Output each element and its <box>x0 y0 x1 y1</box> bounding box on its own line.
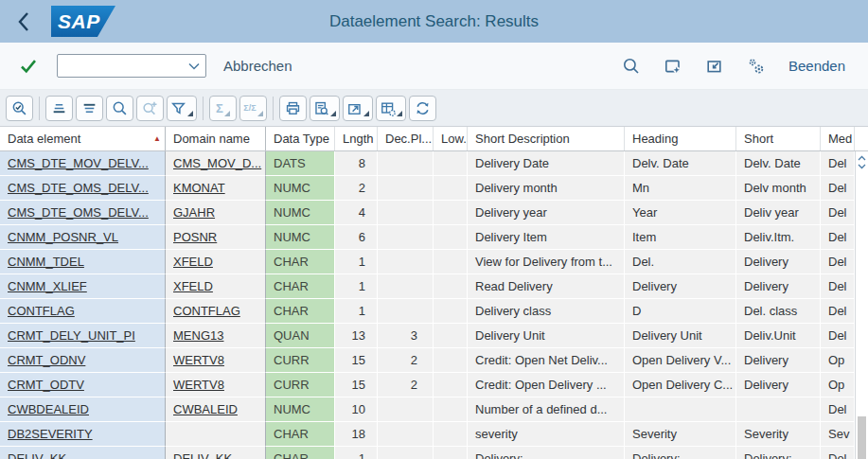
sort-ascending-button[interactable] <box>45 96 73 121</box>
menu-arrow-icon <box>257 111 263 116</box>
cell-short-description: Delivery Unit <box>468 324 625 348</box>
cell-data-element: CMS_DTE_MOV_DELV... <box>0 151 166 176</box>
column-header-medium-label[interactable]: Med <box>821 127 855 150</box>
data-element-link[interactable]: CNMM_POSNR_VL <box>8 230 118 244</box>
cell-short-label: Delv month <box>736 176 821 201</box>
domain-name-link[interactable]: GJAHR <box>173 205 215 220</box>
column-header-length[interactable]: Lngth <box>335 127 378 150</box>
table-body: CMS_DTE_MOV_DELV...CMS_MOV_D...DATS8Deli… <box>0 151 855 459</box>
data-element-link[interactable]: CMS_DTE_OMS_DELV... <box>8 181 149 195</box>
cell-medium-label: Del <box>821 447 855 459</box>
gears-icon <box>747 57 766 76</box>
data-element-link[interactable]: CMS_DTE_MOV_DELV... <box>8 156 149 170</box>
abbrechen-button[interactable]: Abbrechen <box>223 58 292 74</box>
cell-heading: Open Delivery C... <box>625 373 736 397</box>
domain-name-link[interactable]: DELIV_KK <box>173 451 232 459</box>
toolbar-separator <box>273 97 274 120</box>
cell-medium-label: Del <box>821 250 855 274</box>
column-header-data-element[interactable]: Data element▲ <box>0 127 166 150</box>
beenden-button[interactable]: Beenden <box>788 58 845 74</box>
column-header-heading[interactable]: Heading <box>625 127 736 150</box>
cell-short-label: Deliv.Itm. <box>736 225 821 250</box>
subtotal-button[interactable]: Σ/Σ <box>239 96 267 121</box>
cell-short-label: Deliv year <box>736 201 821 225</box>
domain-name-link[interactable]: CWBALEID <box>173 402 238 416</box>
data-element-link[interactable]: CONTFLAG <box>8 304 75 318</box>
scroll-down-icon[interactable] <box>858 164 866 169</box>
cell-domain-name: CMS_MOV_D... <box>166 151 266 176</box>
cell-length: 18 <box>335 422 378 447</box>
data-element-link[interactable]: CNMM_XLIEF <box>8 279 87 293</box>
cell-heading <box>625 397 736 422</box>
find-next-button[interactable] <box>136 96 164 121</box>
favorites-window-button[interactable] <box>664 57 682 76</box>
ok-button[interactable] <box>19 57 38 76</box>
cell-domain-name: MENG13 <box>166 324 266 348</box>
print-button[interactable] <box>279 96 307 121</box>
cell-heading: Del. <box>625 250 736 274</box>
domain-name-link[interactable]: CONTFLAG <box>173 304 240 318</box>
cell-short-label: Delivery: <box>736 447 821 459</box>
domain-name-link[interactable]: POSNR <box>173 230 217 244</box>
cell-short-label: Delivery <box>736 274 821 299</box>
layout-button[interactable] <box>376 96 406 121</box>
column-header-data-type[interactable]: Data Type <box>266 127 335 150</box>
data-element-link[interactable]: CRMT_ODNV <box>8 353 85 367</box>
domain-name-link[interactable]: XFELD <box>173 279 213 293</box>
domain-name-link[interactable]: XFELD <box>173 255 213 269</box>
printer-icon <box>285 100 301 116</box>
column-header-label: Med <box>828 132 852 146</box>
data-element-link[interactable]: DELIV_KK <box>8 451 66 459</box>
column-header-label: Short <box>744 132 773 146</box>
settings-button[interactable] <box>747 57 766 76</box>
views-button[interactable] <box>310 96 340 121</box>
vertical-scrollbar[interactable] <box>855 151 868 459</box>
find-button[interactable] <box>106 96 133 121</box>
domain-name-link[interactable]: MENG13 <box>173 328 223 343</box>
cell-short-label: Del. class <box>736 299 821 324</box>
details-button[interactable] <box>6 96 33 121</box>
column-header-domain-name[interactable]: Domain name <box>166 127 266 150</box>
combobox-chevron-icon[interactable] <box>188 62 200 70</box>
cell-lowercase <box>434 397 468 422</box>
back-button[interactable] <box>11 8 36 36</box>
data-element-link[interactable]: CMS_DTE_OMS_DELV... <box>8 205 149 220</box>
export-button[interactable] <box>343 96 373 121</box>
sum-button[interactable]: Σ <box>209 96 237 121</box>
command-input[interactable] <box>58 55 188 77</box>
cell-data-element: CRMT_ODTV <box>0 373 166 397</box>
table-row: CNMM_POSNR_VLPOSNRNUMC6Delivery ItemItem… <box>0 225 855 250</box>
search-button[interactable] <box>622 57 641 76</box>
table-row: CRMT_ODNVWERTV8CURR152Credit: Open Net D… <box>0 348 855 373</box>
cell-short-description: severity <box>468 422 625 447</box>
menu-arrow-icon <box>363 111 369 116</box>
cell-data-element: CONTFLAG <box>0 299 166 324</box>
filter-button[interactable] <box>167 96 197 121</box>
cell-length: 6 <box>335 225 378 250</box>
domain-name-link[interactable]: WERTV8 <box>173 353 224 367</box>
column-header-short-description[interactable]: Short Description <box>468 127 625 150</box>
data-element-link[interactable]: CWBDEALEID <box>8 402 89 416</box>
data-element-link[interactable]: DB2SEVERITY <box>8 427 93 441</box>
column-header-short-label[interactable]: Short <box>736 127 821 150</box>
refresh-button[interactable] <box>409 96 436 121</box>
domain-name-link[interactable]: WERTV8 <box>173 378 224 392</box>
domain-name-link[interactable]: KMONAT <box>173 181 225 195</box>
scrollbar-thumb[interactable] <box>858 416 866 459</box>
cell-domain-name: POSNR <box>166 225 266 250</box>
command-field[interactable] <box>57 54 206 78</box>
cell-data-type: CHAR <box>266 250 335 274</box>
column-header-lowercase[interactable]: Low... <box>434 127 468 150</box>
data-element-link[interactable]: CRMT_ODTV <box>8 378 84 392</box>
domain-name-link[interactable]: CMS_MOV_D... <box>173 156 261 170</box>
sort-descending-button[interactable] <box>76 96 103 121</box>
data-element-link[interactable]: CRMT_DELY_UNIT_PI <box>8 328 135 343</box>
alv-toolbar: Σ Σ/Σ <box>0 90 868 126</box>
scroll-up-icon[interactable] <box>858 155 866 161</box>
cell-domain-name: XFELD <box>166 274 266 299</box>
table-row: CRMT_ODTVWERTV8CURR152Credit: Open Deliv… <box>0 373 855 397</box>
data-element-link[interactable]: CNMM_TDEL <box>8 255 84 269</box>
new-session-button[interactable] <box>705 57 724 76</box>
column-header-decimals[interactable]: Dec.Pl... <box>378 127 434 150</box>
column-header-label: Low... <box>441 132 468 146</box>
